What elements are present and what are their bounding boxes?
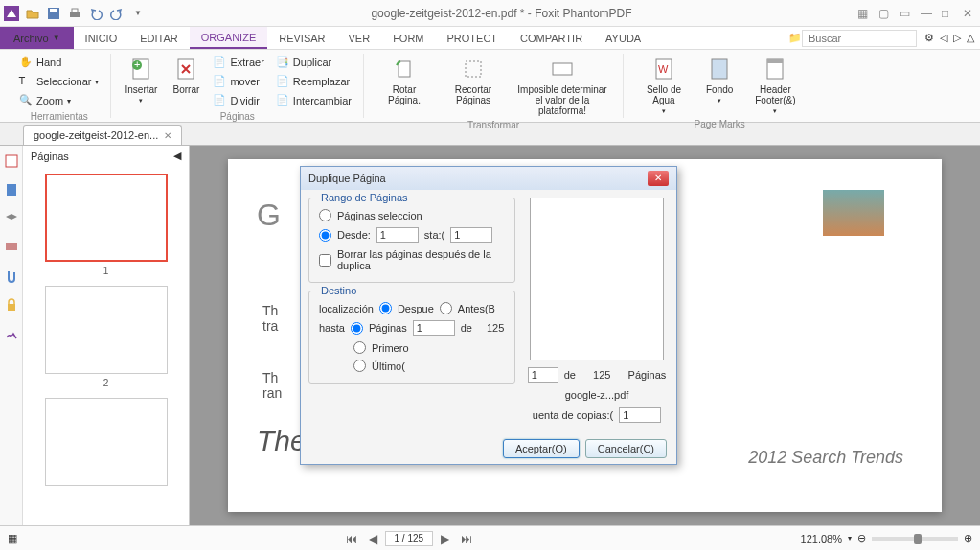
attachments-icon[interactable]: [4, 268, 19, 284]
hasta-input[interactable]: [450, 227, 492, 243]
header-button[interactable]: Header Footer(&)▾: [742, 54, 808, 117]
recortar-button[interactable]: Recortar Páginas: [441, 54, 506, 118]
tab-revisar[interactable]: REVISAR: [267, 27, 336, 49]
redo-icon[interactable]: [109, 6, 125, 21]
radio-paginas[interactable]: [351, 322, 363, 335]
next-icon[interactable]: ▷: [953, 32, 961, 44]
quick-access-toolbar: ▼: [4, 6, 146, 21]
svg-rect-2: [50, 9, 57, 12]
window-title: google-zeitgeist-2012-en.pdf * - Foxit P…: [146, 7, 857, 20]
dialog-titlebar[interactable]: Duplique Página ✕: [301, 167, 676, 190]
tab-compartir[interactable]: COMPARTIR: [509, 27, 594, 49]
zoom-dropdown-icon[interactable]: ▾: [848, 534, 852, 543]
zoom-out-button[interactable]: ⊖: [857, 532, 866, 545]
reemplazar-button[interactable]: 📄Reemplazar: [272, 73, 355, 90]
page-input[interactable]: [385, 531, 433, 546]
tab-protect[interactable]: PROTECT: [436, 27, 510, 49]
undo-icon[interactable]: [88, 6, 103, 21]
next-page-button[interactable]: ▶: [437, 530, 453, 547]
ok-button[interactable]: Aceptar(O): [503, 439, 580, 458]
last-page-button[interactable]: ⏭: [457, 530, 476, 547]
prev-icon[interactable]: ◁: [940, 32, 947, 44]
thumbnails-panel: Páginas◀ 1 2: [23, 146, 190, 525]
duplicate-page-dialog: Duplique Página ✕ Rango de Páginas Págin…: [300, 166, 677, 465]
tab-form[interactable]: FORM: [381, 27, 435, 49]
radio-selected-pages[interactable]: [319, 209, 331, 221]
grid-icon[interactable]: ▦: [857, 7, 871, 20]
doc-tab[interactable]: google-zeitgeist-2012-en... ✕: [23, 125, 182, 145]
zoom-in-button[interactable]: ⊕: [964, 532, 972, 545]
ribbon-group-paginas: +Insertar▾ Borrar 📄Extraer 📄mover 📄Divid…: [111, 54, 364, 118]
doc-tab-close-icon[interactable]: ✕: [164, 130, 171, 141]
qat-dropdown-icon[interactable]: ▼: [130, 6, 146, 21]
zoom-controls: 121.08% ▾ ⊖ ⊕: [801, 532, 972, 545]
copias-input[interactable]: [619, 407, 661, 423]
security-icon[interactable]: [4, 297, 19, 313]
rotar-button[interactable]: Rotar Página.: [372, 54, 437, 118]
extraer-button[interactable]: 📄Extraer: [209, 54, 267, 71]
fondo-button[interactable]: Fondo▾: [700, 54, 739, 117]
file-menu[interactable]: Archivo▼: [0, 27, 74, 49]
svg-text:+: +: [134, 58, 140, 70]
tab-inicio[interactable]: INICIO: [74, 27, 129, 49]
signatures-icon[interactable]: [4, 326, 19, 341]
first-page-button[interactable]: ⏮: [342, 530, 361, 547]
radio-despues[interactable]: [379, 302, 392, 314]
doc-icon[interactable]: ▢: [878, 7, 892, 20]
zoom-button[interactable]: 🔍Zoom▾: [15, 92, 103, 109]
comments-icon[interactable]: [4, 240, 19, 255]
tab-organize[interactable]: ORGANIZE: [190, 27, 267, 49]
save-icon[interactable]: [46, 6, 61, 21]
thumbnail-2[interactable]: [45, 286, 168, 374]
insertar-button[interactable]: +Insertar▾: [119, 54, 163, 109]
radio-ultimo[interactable]: [353, 360, 366, 372]
collapse-ribbon-icon[interactable]: △: [967, 32, 974, 44]
gear-icon[interactable]: ⚙: [924, 32, 934, 44]
imposible-button[interactable]: Imposible determinar el valor de la plat…: [510, 54, 615, 118]
radio-antes[interactable]: [440, 302, 452, 314]
minimize-icon[interactable]: —: [921, 7, 934, 20]
dialog-close-icon[interactable]: ✕: [648, 171, 669, 186]
preview-page-input[interactable]: [528, 367, 558, 383]
destino-page-input[interactable]: [413, 320, 455, 336]
panel-collapse-icon[interactable]: ◀: [173, 150, 181, 162]
radio-desde[interactable]: [319, 229, 331, 242]
desde-input[interactable]: [376, 227, 419, 243]
prev-page-button[interactable]: ◀: [365, 530, 381, 547]
search-input[interactable]: [802, 30, 917, 47]
pages-panel-icon[interactable]: [4, 153, 19, 169]
intercambiar-button[interactable]: 📄Intercambiar: [272, 92, 355, 109]
dividir-button[interactable]: 📄Dividir: [209, 92, 267, 109]
collapse-icon[interactable]: ▭: [900, 7, 913, 20]
hand-button[interactable]: ✋Hand: [15, 54, 103, 71]
tab-ver[interactable]: VER: [337, 27, 382, 49]
ribbon-group-transformar: Rotar Página. Recortar Páginas Imposible…: [364, 54, 624, 118]
seleccionar-button[interactable]: ᎢSeleccionar▾: [15, 73, 103, 90]
thumbnails-list: 1 2: [23, 166, 189, 525]
layers-icon[interactable]: [4, 211, 19, 226]
svg-rect-17: [6, 155, 17, 167]
thumbnail-3[interactable]: [45, 398, 168, 486]
sello-button[interactable]: WSello de Agua▾: [631, 54, 696, 117]
ribbon-group-herramientas: ✋Hand ᎢSeleccionar▾ 🔍Zoom▾ Herramientas: [8, 54, 111, 118]
mover-button[interactable]: 📄mover: [209, 73, 267, 90]
tab-editar[interactable]: EDITAR: [128, 27, 190, 49]
svg-rect-18: [7, 184, 16, 196]
zoom-slider[interactable]: [872, 537, 958, 541]
borrar-button[interactable]: Borrar: [167, 54, 205, 109]
tab-ayuda[interactable]: AYUDA: [594, 27, 652, 49]
open-icon[interactable]: [25, 6, 40, 21]
borrar-checkbox[interactable]: [319, 254, 331, 267]
svg-rect-11: [553, 63, 572, 75]
duplicar-button[interactable]: 📑Duplicar: [272, 54, 355, 71]
print-icon[interactable]: [67, 6, 82, 21]
ribbon-group-pagemarks: WSello de Agua▾ Fondo▾ Header Footer(&)▾…: [624, 54, 815, 118]
view-layout-icon[interactable]: ▦: [8, 532, 17, 545]
cancel-button[interactable]: Cancelar(C): [585, 439, 667, 458]
bookmarks-icon[interactable]: [4, 182, 19, 198]
radio-primero[interactable]: [353, 341, 366, 354]
thumbnail-1[interactable]: [45, 174, 168, 262]
maximize-icon[interactable]: □: [942, 7, 955, 20]
close-icon[interactable]: ✕: [963, 7, 976, 20]
svg-rect-19: [6, 243, 17, 250]
